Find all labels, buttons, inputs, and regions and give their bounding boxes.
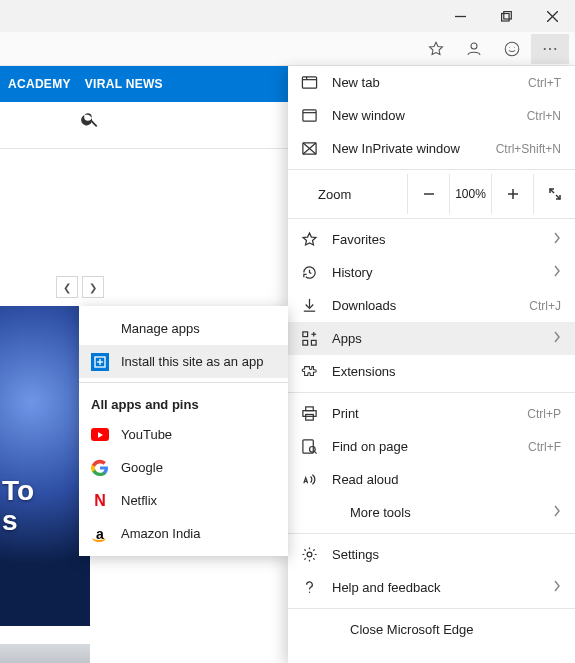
zoom-value: 100% — [449, 174, 491, 214]
svg-rect-1 — [501, 13, 509, 21]
menu-find[interactable]: Find on page Ctrl+F — [288, 430, 575, 463]
menu-label: More tools — [332, 505, 539, 520]
youtube-icon — [91, 426, 109, 444]
more-menu-button[interactable] — [531, 34, 569, 64]
window-title-bar — [0, 0, 575, 32]
app-item-google[interactable]: Google — [79, 451, 288, 484]
svg-rect-23 — [302, 340, 307, 345]
app-item-amazon[interactable]: a Amazon India — [79, 517, 288, 550]
app-label: Netflix — [121, 493, 157, 508]
zoom-in-button[interactable] — [491, 174, 533, 214]
blank-icon — [91, 320, 109, 338]
amazon-icon: a — [91, 525, 109, 543]
menu-separator — [288, 608, 575, 609]
apps-install-site[interactable]: Install this site as an app — [79, 345, 288, 378]
thumbnail-image — [0, 644, 90, 663]
print-icon — [300, 405, 318, 423]
extensions-icon — [300, 363, 318, 381]
netflix-icon: N — [91, 492, 109, 510]
menu-separator — [288, 392, 575, 393]
maximize-button[interactable] — [483, 0, 529, 32]
menu-extensions[interactable]: Extensions — [288, 355, 575, 388]
menu-settings[interactable]: Settings — [288, 538, 575, 571]
svg-rect-24 — [311, 340, 316, 345]
nav-item[interactable]: ACADEMY — [8, 77, 71, 91]
minimize-button[interactable] — [437, 0, 483, 32]
svg-rect-22 — [302, 332, 307, 337]
svg-point-31 — [309, 447, 315, 453]
menu-shortcut: Ctrl+Shift+N — [496, 142, 561, 156]
gear-icon — [300, 546, 318, 564]
menu-separator — [288, 218, 575, 219]
menu-help[interactable]: Help and feedback — [288, 571, 575, 604]
inprivate-icon — [300, 140, 318, 158]
menu-label: Help and feedback — [332, 580, 539, 595]
fullscreen-button[interactable] — [533, 174, 575, 214]
menu-favorites[interactable]: Favorites — [288, 223, 575, 256]
carousel-prev-button[interactable]: ❮ — [56, 276, 78, 298]
svg-rect-29 — [305, 414, 313, 420]
history-icon — [300, 264, 318, 282]
menu-separator — [288, 169, 575, 170]
svg-point-35 — [308, 592, 309, 593]
menu-shortcut: Ctrl+J — [529, 299, 561, 313]
browser-toolbar — [0, 32, 575, 66]
hero-image — [0, 306, 90, 626]
menu-read-aloud[interactable]: Read aloud — [288, 463, 575, 496]
app-label: Amazon India — [121, 526, 201, 541]
menu-label: New window — [332, 108, 513, 123]
menu-apps[interactable]: Apps — [288, 322, 575, 355]
carousel-next-button[interactable]: ❯ — [82, 276, 104, 298]
app-item-netflix[interactable]: N Netflix — [79, 484, 288, 517]
menu-more-tools[interactable]: More tools — [288, 496, 575, 529]
app-item-youtube[interactable]: YouTube — [79, 418, 288, 451]
submenu-label: Install this site as an app — [121, 354, 263, 369]
menu-label: Apps — [332, 331, 539, 346]
menu-label: Favorites — [332, 232, 539, 247]
svg-point-10 — [549, 47, 551, 49]
search-icon[interactable] — [80, 109, 100, 132]
new-tab-icon — [300, 74, 318, 92]
svg-point-11 — [554, 47, 556, 49]
new-window-icon — [300, 107, 318, 125]
close-window-button[interactable] — [529, 0, 575, 32]
svg-rect-28 — [302, 411, 315, 417]
menu-label: Downloads — [332, 298, 515, 313]
apps-manage[interactable]: Manage apps — [79, 312, 288, 345]
apps-submenu: Manage apps Install this site as an app … — [79, 306, 288, 556]
favorite-star-button[interactable] — [417, 34, 455, 64]
submenu-label: Manage apps — [121, 321, 200, 336]
menu-new-tab[interactable]: New tab Ctrl+T — [288, 66, 575, 99]
svg-point-8 — [514, 47, 515, 48]
google-icon — [91, 459, 109, 477]
menu-label: Settings — [332, 547, 561, 562]
svg-point-9 — [544, 47, 546, 49]
menu-label: New InPrivate window — [332, 141, 482, 156]
menu-downloads[interactable]: Downloads Ctrl+J — [288, 289, 575, 322]
find-icon — [300, 438, 318, 456]
menu-label: Extensions — [332, 364, 561, 379]
submenu-separator — [79, 382, 288, 383]
feedback-smiley-button[interactable] — [493, 34, 531, 64]
hero-caption: Tos — [2, 476, 34, 536]
nav-item[interactable]: VIRAL NEWS — [85, 77, 163, 91]
menu-new-inprivate[interactable]: New InPrivate window Ctrl+Shift+N — [288, 132, 575, 165]
apps-heading: All apps and pins — [79, 387, 288, 418]
star-icon — [300, 231, 318, 249]
menu-print[interactable]: Print Ctrl+P — [288, 397, 575, 430]
help-icon — [300, 579, 318, 597]
apps-icon — [300, 330, 318, 348]
svg-point-6 — [505, 42, 519, 56]
profile-button[interactable] — [455, 34, 493, 64]
menu-shortcut: Ctrl+F — [528, 440, 561, 454]
svg-rect-2 — [503, 11, 511, 19]
menu-history[interactable]: History — [288, 256, 575, 289]
menu-label: New tab — [332, 75, 514, 90]
menu-close-edge[interactable]: Close Microsoft Edge — [288, 613, 575, 646]
menu-shortcut: Ctrl+T — [528, 76, 561, 90]
app-label: Google — [121, 460, 163, 475]
settings-and-more-menu: New tab Ctrl+T New window Ctrl+N New InP… — [288, 66, 575, 663]
menu-new-window[interactable]: New window Ctrl+N — [288, 99, 575, 132]
menu-label: Read aloud — [332, 472, 561, 487]
zoom-out-button[interactable] — [407, 174, 449, 214]
